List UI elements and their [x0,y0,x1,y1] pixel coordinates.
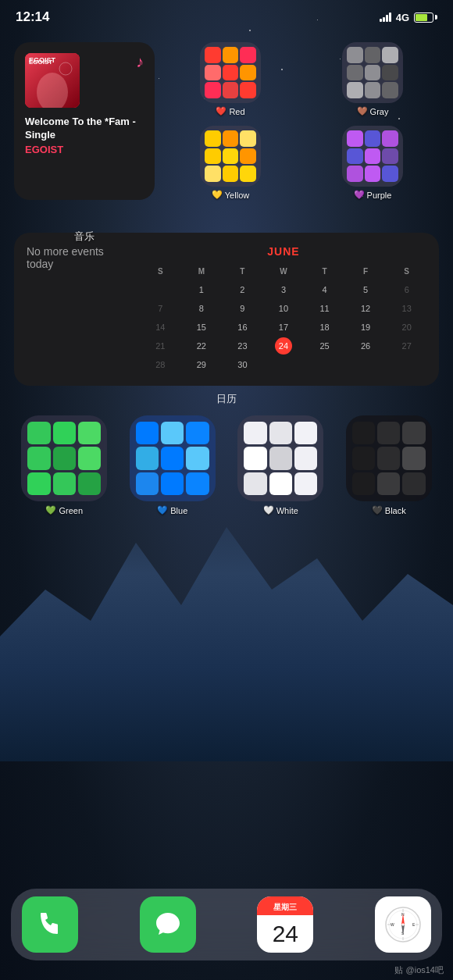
cal-day-1: 1 [193,281,210,298]
status-icons: 4G [380,12,437,23]
cal-day-10: 10 [275,300,292,317]
signal-bar-1 [380,19,382,22]
cal-header-t1: T [234,262,251,280]
cal-day-29: 29 [193,356,210,373]
folder-label-yellow: 💛Yellow [212,190,249,200]
music-label: 音乐 [14,230,155,244]
signal-bar-4 [389,12,391,22]
music-artist: EGOIST [25,144,144,155]
folder-item-green[interactable]: 💚Green [14,415,115,515]
calendar-label: 日历 [14,392,439,406]
top-row: EGOIST EGOIST [14,42,439,200]
cal-day-19: 19 [357,319,374,336]
calendar-grid: S M T W T F S 1 2 3 4 5 6 7 8 9 10 11 [141,262,426,373]
signal-bar-2 [383,17,385,22]
calendar-no-events: No more events today [27,245,128,373]
folder-item-blue[interactable]: 💙Blue [123,415,223,515]
svg-text:W: W [391,922,394,927]
cal-day-7: 7 [152,300,169,317]
cal-day-30: 30 [234,356,251,373]
folder-label-purple: 💜Purple [354,190,392,200]
cal-header-s1: S [152,262,169,280]
signal-bar-3 [386,15,388,22]
cal-day-2: 2 [234,281,251,298]
cal-day-23: 23 [234,337,251,355]
watermark: 贴 @ios14吧 [394,964,444,976]
music-title: Welcome To the *Fam - Single [25,116,144,142]
folder-label-black: 🖤Black [372,505,406,515]
calendar-month: JUNE [141,245,426,258]
bottom-folders: 💚Green 💙Blue [14,415,439,515]
cal-day-16: 16 [234,319,251,336]
signal-icon [380,12,391,22]
cal-day-21: 21 [152,337,169,355]
cal-day-22: 22 [193,337,210,355]
folder-row-1: ❤️Red 🤎G [164,42,439,116]
folder-icon-black[interactable] [346,415,432,501]
folder-icon-green[interactable] [21,415,107,501]
cal-day-3: 3 [275,281,292,298]
cal-header-m: M [193,262,210,280]
dock: 星期三 24 N S E W [11,889,442,960]
cal-day-8: 8 [193,300,210,317]
cal-header-f: F [357,262,374,280]
folder-row-2: 💛Yellow [164,126,439,200]
folder-label-green: 💚Green [45,505,83,515]
cal-day-empty-4 [357,356,374,373]
folder-label-red: ❤️Red [216,106,244,116]
folder-icon-purple[interactable] [342,126,403,187]
folder-item-yellow[interactable]: 💛Yellow [164,126,297,200]
folder-icon-yellow[interactable] [200,126,261,187]
music-info: Welcome To the *Fam - Single EGOIST [25,116,144,155]
cal-day-4: 4 [316,281,334,298]
folder-label-gray: 🤎Gray [357,106,389,116]
cal-day-empty-1 [152,281,169,298]
battery-icon [414,12,437,23]
music-widget[interactable]: EGOIST EGOIST [14,42,155,200]
cal-day-28: 28 [152,356,169,373]
folder-icon-white[interactable] [237,415,323,501]
cal-day-6: 6 [398,281,416,298]
folder-item-black[interactable]: 🖤Black [339,415,440,515]
cal-day-empty-3 [316,356,334,373]
status-bar: 12:14 4G [0,0,453,34]
dock-messages-button[interactable] [140,896,196,953]
cal-day-empty-2 [275,356,292,373]
cal-day-27: 27 [398,337,416,355]
home-screen-content: EGOIST EGOIST [0,34,453,980]
cal-day-9: 9 [234,300,251,317]
carrier-label: 4G [396,12,409,23]
top-right-folders: ❤️Red 🤎G [164,42,439,200]
folder-icon-red[interactable] [200,42,261,103]
cal-header-w: W [275,262,292,280]
folder-item-white[interactable]: 🤍White [230,415,331,515]
cal-day-13: 13 [398,300,416,317]
folder-item-purple[interactable]: 💜Purple [306,126,439,200]
calendar-widget[interactable]: No more events today JUNE S M T W T F S … [14,233,439,386]
dock-safari-button[interactable]: N S E W [375,896,431,953]
cal-day-11: 11 [316,300,334,317]
folder-item-red[interactable]: ❤️Red [164,42,297,116]
cal-day-15: 15 [193,319,210,336]
folder-icon-blue[interactable] [130,415,216,501]
calendar-grid-container: JUNE S M T W T F S 1 2 3 4 5 6 7 8 [141,245,426,373]
folder-icon-gray[interactable] [342,42,403,103]
folder-label-white: 🤍White [263,505,298,515]
cal-day-25: 25 [316,337,334,355]
cal-day-24-today: 24 [275,337,292,355]
cal-header-t2: T [316,262,334,280]
dock-cal-day: 24 [273,921,298,947]
cal-day-18: 18 [316,319,334,336]
folder-item-gray[interactable]: 🤎Gray [306,42,439,116]
dock-calendar-button[interactable]: 星期三 24 [257,896,313,953]
folder-label-blue: 💙Blue [157,505,187,515]
cal-day-20: 20 [398,319,416,336]
cal-header-s2: S [398,262,416,280]
cal-day-26: 26 [357,337,374,355]
status-time: 12:14 [16,9,49,25]
dock-cal-weekday: 星期三 [273,903,297,911]
dock-phone-button[interactable] [22,896,78,953]
music-widget-header: EGOIST EGOIST [25,53,144,108]
cal-day-5: 5 [357,281,374,298]
cal-day-17: 17 [275,319,292,336]
